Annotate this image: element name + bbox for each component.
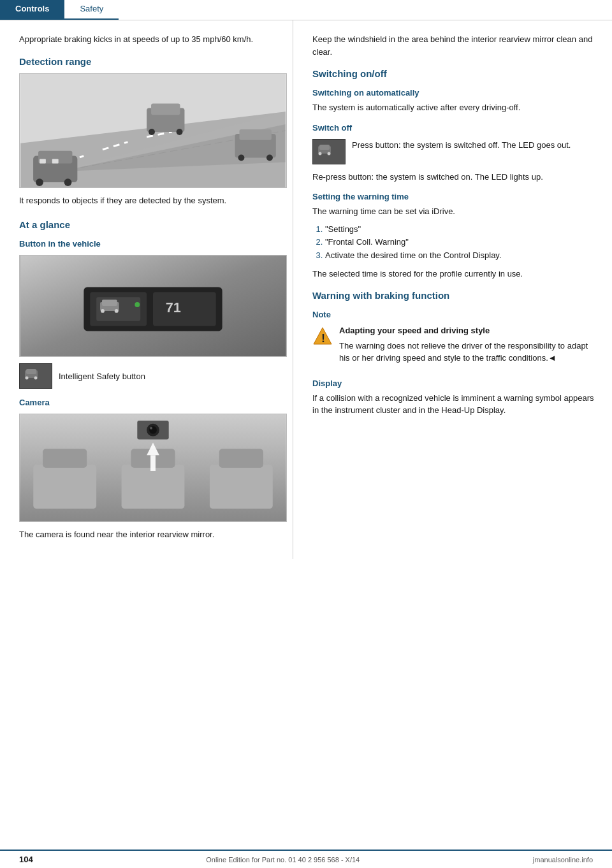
svg-point-37 [26, 377, 29, 380]
svg-rect-29 [102, 300, 117, 306]
svg-point-21 [266, 154, 273, 161]
switch-off-body: Press button: the system is switched off… [352, 139, 571, 152]
detection-range-image [19, 73, 287, 188]
svg-rect-26 [153, 292, 216, 326]
switching-on-automatically-body: The system is automatically active after… [312, 101, 599, 114]
watermark: jmanualsonline.info [533, 856, 593, 864]
svg-point-55 [319, 152, 322, 155]
warning-time-steps-list: "Settings" "Frontal Coll. Warning" Activ… [325, 223, 599, 263]
svg-point-20 [238, 154, 245, 161]
button-in-vehicle-subheading: Button in the vehicle [19, 239, 280, 249]
svg-point-31 [115, 309, 119, 313]
intelligent-safety-icon [19, 363, 52, 389]
display-subheading: Display [312, 379, 599, 388]
button-in-vehicle-image: 71 [19, 255, 287, 357]
step-1: "Settings" [325, 223, 599, 236]
switching-on-off-heading: Switching on/off [312, 68, 599, 79]
footer: 104 Online Edition for Part no. 01 40 2 … [0, 850, 612, 868]
svg-point-30 [101, 309, 105, 313]
svg-rect-15 [151, 103, 180, 115]
setting-warning-time-intro: The warning time can be set via iDrive. [312, 205, 599, 218]
svg-point-16 [149, 129, 155, 135]
step-2: "Frontal Coll. Warning" [325, 236, 599, 249]
camera-body: The camera is found near the interior re… [19, 528, 280, 541]
intelligent-safety-label: Intelligent Safety button [59, 372, 145, 381]
svg-point-13 [64, 178, 72, 186]
svg-rect-40 [33, 465, 96, 509]
detection-range-heading: Detection range [19, 56, 280, 67]
header-tabs: Controls Safety [0, 0, 612, 20]
adapting-heading: Adapting your speed and driving style [339, 324, 599, 337]
svg-rect-45 [219, 449, 263, 468]
svg-rect-51 [150, 455, 156, 471]
svg-rect-43 [43, 449, 87, 468]
svg-text:71: 71 [166, 300, 181, 315]
note-box: ! Adapting your speed and driving style … [312, 324, 599, 370]
switch-off-row: Press button: the system is switched off… [312, 139, 599, 164]
intelligent-safety-icon-row: Intelligent Safety button [19, 363, 280, 389]
selected-time-text: The selected time is stored for the prof… [312, 268, 599, 280]
svg-rect-36 [26, 369, 36, 374]
switch-off-icon [312, 139, 346, 164]
switching-on-automatically-subheading: Switching on automatically [312, 88, 599, 98]
display-body: If a collision with a recognized vehicle… [312, 392, 599, 417]
svg-point-32 [135, 302, 140, 307]
main-content: Appropriate braking kicks in at speeds o… [0, 20, 612, 559]
svg-point-38 [34, 377, 38, 380]
svg-point-12 [36, 178, 43, 186]
footer-text: Online Edition for Part no. 01 40 2 956 … [206, 856, 360, 864]
svg-rect-19 [239, 129, 271, 140]
svg-rect-41 [122, 465, 185, 509]
switch-off-subheading: Switch off [312, 123, 599, 133]
adapting-body: The warning does not relieve the driver … [339, 340, 599, 365]
left-column: Appropriate braking kicks in at speeds o… [0, 20, 293, 559]
windshield-text: Keep the windshield in the area behind t… [312, 33, 599, 58]
note-content: Adapting your speed and driving style Th… [339, 324, 599, 370]
svg-rect-42 [210, 465, 273, 509]
note-label: Note [312, 310, 599, 319]
detection-range-body: It responds to objects if they are detec… [19, 194, 280, 207]
svg-rect-11 [52, 159, 59, 163]
at-a-glance-heading: At a glance [19, 219, 280, 230]
warning-with-braking-heading: Warning with braking function [312, 290, 599, 301]
right-column: Keep the windshield in the area behind t… [293, 20, 612, 559]
switch-off-body2: Re-press button: the system is switched … [312, 171, 599, 184]
tab-controls[interactable]: Controls [0, 0, 64, 20]
svg-rect-54 [319, 145, 330, 150]
svg-point-56 [328, 152, 331, 155]
tab-safety[interactable]: Safety [64, 0, 119, 20]
camera-image [19, 414, 287, 522]
svg-point-17 [177, 129, 183, 135]
svg-text:!: ! [321, 332, 325, 345]
page-number: 104 [19, 855, 33, 864]
intro-text: Appropriate braking kicks in at speeds o… [19, 33, 280, 46]
camera-subheading: Camera [19, 398, 280, 407]
warning-triangle-icon: ! [312, 326, 333, 346]
step-3: Activate the desired time on the Control… [325, 249, 599, 263]
setting-warning-time-heading: Setting the warning time [312, 192, 599, 201]
svg-point-49 [150, 427, 152, 430]
svg-rect-10 [40, 159, 46, 163]
